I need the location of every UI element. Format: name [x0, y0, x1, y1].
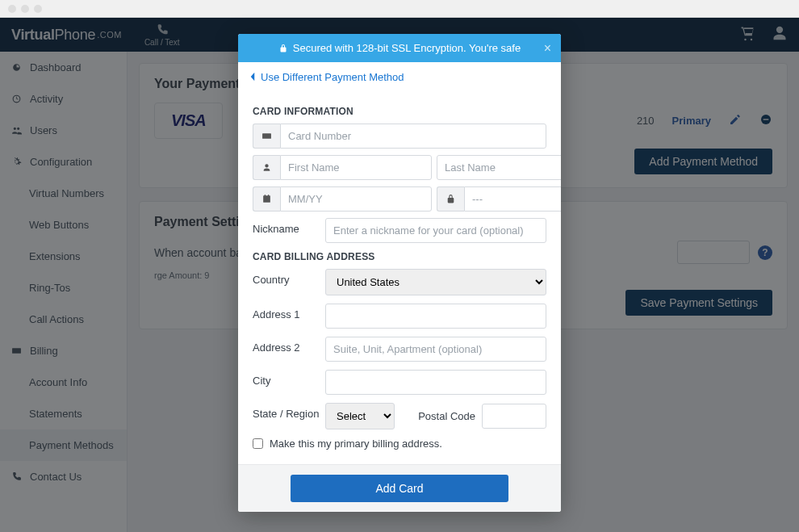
lock-icon [278, 44, 288, 53]
billing-address-title: CARD BILLING ADDRESS [253, 251, 546, 262]
window-min-dot[interactable] [21, 5, 29, 13]
address1-label: Address 1 [253, 304, 325, 320]
window-max-dot[interactable] [34, 5, 42, 13]
user-icon [253, 155, 280, 180]
address1-input[interactable] [325, 304, 546, 329]
nickname-input[interactable] [325, 218, 546, 243]
address2-input[interactable] [325, 337, 546, 362]
card-info-title: CARD INFORMATION [253, 106, 546, 117]
primary-billing-label: Make this my primary billing address. [270, 438, 442, 450]
chevron-left-icon [249, 72, 256, 82]
postal-label: Postal Code [418, 410, 475, 422]
modal-secure-banner: Secured with 128-bit SSL Encryption. You… [238, 34, 561, 62]
nickname-label: Nickname [253, 218, 325, 235]
primary-billing-checkbox[interactable] [253, 438, 263, 449]
expiry-input[interactable] [280, 186, 432, 212]
postal-input[interactable] [482, 404, 546, 429]
country-select[interactable]: United States [325, 269, 546, 295]
country-label: Country [253, 269, 325, 286]
state-label: State / Region [253, 403, 325, 420]
close-icon[interactable]: × [544, 41, 551, 56]
city-input[interactable] [325, 370, 546, 395]
back-link-label: Use Different Payment Method [261, 71, 404, 83]
card-number-input[interactable] [280, 124, 546, 149]
city-label: City [253, 370, 325, 387]
credit-card-icon [253, 124, 280, 149]
cvv-input[interactable] [464, 186, 561, 212]
window-chrome [0, 0, 799, 18]
lock-icon [437, 186, 464, 212]
calendar-icon [253, 186, 280, 212]
first-name-input[interactable] [280, 155, 432, 180]
last-name-input[interactable] [437, 155, 561, 180]
add-card-button[interactable]: Add Card [291, 475, 508, 502]
use-different-payment-link[interactable]: Use Different Payment Method [249, 71, 404, 83]
window-close-dot[interactable] [8, 5, 16, 13]
add-card-modal: Secured with 128-bit SSL Encryption. You… [238, 34, 561, 512]
secure-banner-text: Secured with 128-bit SSL Encryption. You… [293, 42, 521, 54]
address2-label: Address 2 [253, 337, 325, 354]
primary-billing-checkbox-row[interactable]: Make this my primary billing address. [253, 438, 546, 450]
state-select[interactable]: Select [325, 403, 395, 429]
